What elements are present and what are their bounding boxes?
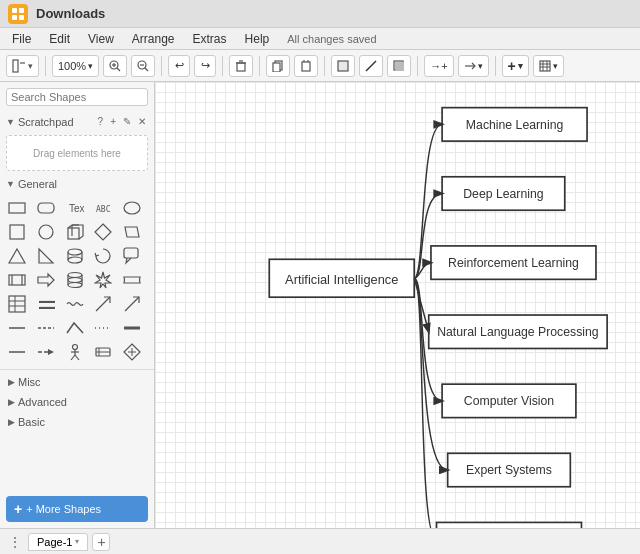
shape-squiggle[interactable]: [64, 293, 86, 315]
svg-marker-55: [38, 274, 54, 286]
shape-process[interactable]: [6, 269, 28, 291]
paste-style-btn[interactable]: [294, 55, 318, 77]
copy-style-btn[interactable]: [266, 55, 290, 77]
shape-banner[interactable]: [121, 269, 143, 291]
shape-parallelogram[interactable]: [121, 221, 143, 243]
delete-btn[interactable]: [229, 55, 253, 77]
format-panel-toggle[interactable]: ▾: [6, 55, 39, 77]
shape-arrow-up-right[interactable]: [121, 293, 143, 315]
shape-line-angled[interactable]: [64, 317, 86, 339]
shape-arrow-diag[interactable]: [92, 293, 114, 315]
page-tab[interactable]: Page-1 ▾: [28, 533, 88, 551]
scratchpad-edit[interactable]: ✎: [121, 115, 133, 128]
svg-rect-4: [13, 60, 18, 72]
title-text: Downloads: [36, 6, 105, 21]
shape-right-triangle[interactable]: [35, 245, 57, 267]
scratchpad-header[interactable]: ▼ Scratchpad ? + ✎ ✕: [0, 112, 154, 131]
shape-callout[interactable]: [121, 245, 143, 267]
menu-arrange[interactable]: Arrange: [124, 30, 183, 48]
zoom-in-btn[interactable]: [103, 55, 127, 77]
svg-text:Deep Learning: Deep Learning: [463, 187, 544, 201]
misc-header[interactable]: ▶ Misc: [0, 372, 154, 392]
svg-rect-18: [302, 62, 310, 71]
svg-text:Text: Text: [69, 203, 84, 214]
canvas-area[interactable]: Artificial Intelligence Machine Learning…: [155, 82, 640, 528]
redo-btn[interactable]: ↪: [194, 55, 216, 77]
shape-circle[interactable]: [35, 221, 57, 243]
zoom-display[interactable]: 100% ▾: [52, 55, 99, 77]
shape-rounded-rect[interactable]: [35, 197, 57, 219]
more-shapes-icon: +: [14, 501, 22, 517]
fill-color-btn[interactable]: [331, 55, 355, 77]
toolbar: ▾ 100% ▾ ↩ ↪ →+ ▾ +▾ ▾: [0, 50, 640, 82]
menubar: File Edit View Arrange Extras Help All c…: [0, 28, 640, 50]
scratchpad-help[interactable]: ?: [96, 115, 106, 128]
shape-diamond[interactable]: [92, 221, 114, 243]
shape-cylinder[interactable]: [64, 245, 86, 267]
shape-starburst[interactable]: [92, 269, 114, 291]
svg-line-67: [96, 297, 110, 311]
shape-square[interactable]: [6, 221, 28, 243]
svg-text:Expert Systems: Expert Systems: [466, 463, 552, 477]
search-box: [6, 88, 148, 106]
advanced-label: Advanced: [18, 396, 67, 408]
search-input[interactable]: [11, 91, 149, 103]
waypoint-btn[interactable]: ▾: [458, 55, 489, 77]
svg-rect-51: [124, 248, 138, 258]
undo-btn[interactable]: ↩: [168, 55, 190, 77]
menu-file[interactable]: File: [4, 30, 39, 48]
general-label: General: [18, 178, 57, 190]
menu-view[interactable]: View: [80, 30, 122, 48]
scratchpad-add[interactable]: +: [108, 115, 118, 128]
svg-rect-61: [9, 296, 25, 312]
basic-label: Basic: [18, 416, 45, 428]
add-page-btn[interactable]: +: [92, 533, 110, 551]
svg-rect-17: [273, 63, 280, 72]
svg-point-56: [68, 273, 82, 278]
menu-help[interactable]: Help: [237, 30, 278, 48]
misc-arrow: ▶: [8, 377, 15, 387]
shape-arrow[interactable]: [35, 269, 57, 291]
svg-rect-40: [68, 228, 79, 239]
shadow-btn[interactable]: [387, 55, 411, 77]
general-header[interactable]: ▼ General: [0, 175, 154, 193]
shape-triangle[interactable]: [6, 245, 28, 267]
insert-btn[interactable]: +▾: [502, 55, 529, 77]
shape-table[interactable]: [6, 293, 28, 315]
menu-extras[interactable]: Extras: [185, 30, 235, 48]
table-btn[interactable]: ▾: [533, 55, 564, 77]
menu-edit[interactable]: Edit: [41, 30, 78, 48]
zoom-out-btn[interactable]: [131, 55, 155, 77]
shape-text[interactable]: Text: [64, 197, 86, 219]
shape-cycle[interactable]: [92, 245, 114, 267]
shape-misc1[interactable]: [92, 341, 114, 363]
shape-line-dotted[interactable]: [92, 317, 114, 339]
svg-text:▬▬▬: ▬▬▬: [39, 303, 55, 310]
more-shapes-button[interactable]: + + More Shapes: [6, 496, 148, 522]
basic-header[interactable]: ▶ Basic: [0, 412, 154, 432]
shape-ellipse[interactable]: [121, 197, 143, 219]
page-options-btn[interactable]: ⋮: [6, 533, 24, 551]
shape-line-plain[interactable]: [6, 317, 28, 339]
shape-3d-box[interactable]: [64, 221, 86, 243]
svg-rect-99: [437, 522, 582, 528]
svg-text:ABC
DEF: ABC DEF: [96, 205, 112, 214]
shape-person[interactable]: [64, 341, 86, 363]
central-node-label: Artificial Intelligence: [285, 272, 398, 287]
scratchpad-close[interactable]: ✕: [136, 115, 148, 128]
shape-note[interactable]: ABC DEF: [92, 197, 114, 219]
shape-misc2[interactable]: [121, 341, 143, 363]
svg-text:Natural Language Processing: Natural Language Processing: [437, 325, 599, 339]
shape-arrow-line[interactable]: [35, 341, 57, 363]
advanced-header[interactable]: ▶ Advanced: [0, 392, 154, 412]
shape-line-bold[interactable]: [121, 317, 143, 339]
shape-database[interactable]: [64, 269, 86, 291]
shape-line-1[interactable]: [6, 341, 28, 363]
shape-line-dashed[interactable]: [35, 317, 57, 339]
connection-btn[interactable]: →+: [424, 55, 453, 77]
shape-rectangle[interactable]: [6, 197, 28, 219]
sidebar: ▼ Scratchpad ? + ✎ ✕ Drag elements here …: [0, 82, 155, 528]
shape-list[interactable]: ▬▬▬▬▬▬: [35, 293, 57, 315]
svg-line-11: [145, 68, 148, 71]
line-color-btn[interactable]: [359, 55, 383, 77]
